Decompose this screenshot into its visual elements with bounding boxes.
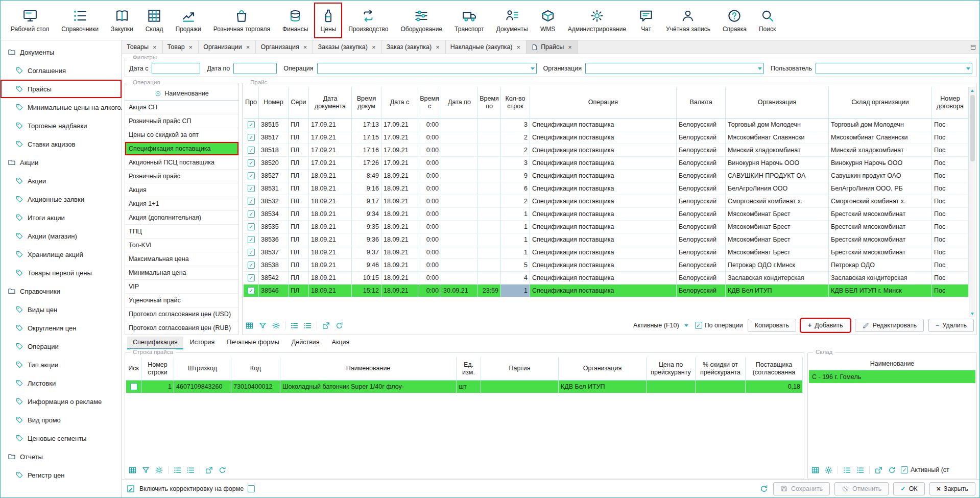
cell-posted[interactable] [244,246,259,259]
detail-tab[interactable]: История [184,337,220,349]
refresh-icon[interactable] [218,466,227,475]
cell-doc-date[interactable]: 18.09.21 [309,182,352,195]
filter-input[interactable] [152,63,200,74]
cell-currency[interactable]: Белорусский [677,157,726,170]
cell-time-to[interactable] [478,157,501,170]
operation-item[interactable]: Цены со скидкой за опт [125,128,238,142]
cell-organization[interactable]: Мясокомбинат Брест [726,221,829,233]
sidebar-item[interactable]: Прайсы [1,80,122,98]
cell-contract[interactable]: Пос [932,182,969,195]
cell-number[interactable]: 38520 [259,157,289,170]
column-header[interactable]: Номер договора [932,87,969,118]
cell-posted[interactable] [244,221,259,233]
cell-warehouse[interactable]: Сморгонский комбинат х. [829,195,932,208]
cell-date-from[interactable]: 17.09.21 [381,144,418,157]
row-checkbox[interactable] [248,262,255,269]
table-icon[interactable] [811,466,820,475]
cell-warehouse[interactable]: Савушкин продукт ОАО [829,170,932,182]
document-tab[interactable]: Организация [256,40,313,54]
cell-warehouse[interactable]: Винокурня Нарочь ООО [829,157,932,170]
toolbar-item[interactable]: Документы [490,3,534,38]
sidebar-item[interactable]: Отчеты [1,447,122,466]
tab-close-icon[interactable] [567,43,573,51]
cell-batch[interactable] [481,381,559,393]
document-tab[interactable]: Прайсы [527,40,578,54]
cell-organization[interactable]: Сморгонский комбинат х. [726,195,829,208]
sidebar-item[interactable]: Торговые надбавки [1,116,122,135]
cell-doc-time[interactable]: 17:26 [352,157,381,170]
operation-item[interactable]: Акция СП [125,101,238,114]
price-row[interactable]: 38537 ПЛ 18.09.21 9:37 18.09.21 0:00 1 [244,246,969,259]
toolbar-item[interactable]: Поиск [753,3,782,38]
sidebar-item[interactable]: Итоги акции [1,208,122,227]
tab-close-icon[interactable] [188,43,194,51]
numbered-list-icon[interactable] [843,466,851,475]
cell-operation[interactable]: Спецификация поставщика [530,144,677,157]
cell-line-count[interactable]: 5 [501,259,530,272]
export-icon[interactable] [205,466,213,475]
cell-contract[interactable]: Пос [932,233,969,246]
cell-time-to[interactable] [478,246,501,259]
cell-doc-date[interactable]: 17.09.21 [309,118,352,131]
cell-doc-date[interactable]: 18.09.21 [309,208,352,221]
cell-currency[interactable]: Белорусский [677,195,726,208]
column-header[interactable]: Про [244,87,259,118]
cell-time-from[interactable]: 0:00 [418,259,441,272]
document-tab[interactable]: Товар [163,40,199,54]
cell-currency[interactable]: Белорусский [677,233,726,246]
column-header[interactable]: Наименование [280,357,457,381]
sidebar-item[interactable]: Ставки акцизов [1,135,122,153]
cell-organization[interactable]: Мясокомбинат Брест [726,233,829,246]
cell-time-to[interactable] [478,170,501,182]
row-checkbox[interactable] [248,134,255,141]
cell-posted[interactable] [244,144,259,157]
cell-contract[interactable]: Пос [932,131,969,144]
toolbar-item[interactable]: WMS [534,3,562,38]
column-header[interactable]: Партия [481,357,559,381]
price-line-row[interactable]: 1 4607109843260 73010400012 Шоколадный б… [126,381,803,393]
detail-tab[interactable]: Действия [286,337,325,349]
cell-operation[interactable]: Спецификация поставщика [530,195,677,208]
column-header[interactable]: Дата по [441,87,478,118]
cell-currency[interactable]: Белорусский [677,131,726,144]
cell-date-from[interactable]: 18.09.21 [381,208,418,221]
cell-doc-time[interactable]: 9:17 [352,195,381,208]
operation-item[interactable]: Топ-KVI [125,239,238,252]
filter-input[interactable] [233,63,277,74]
row-checkbox[interactable] [248,210,255,218]
cell-time-from[interactable]: 0:00 [418,118,441,131]
cell-operation[interactable]: Спецификация поставщика [530,284,677,297]
operation-item[interactable]: VIP [125,280,238,294]
row-checkbox[interactable] [248,159,255,167]
by-operation-toggle[interactable]: По операции [695,322,743,329]
column-header[interactable]: Организация [726,87,829,118]
cell-posted[interactable] [244,208,259,221]
cell-series[interactable]: ПЛ [289,157,309,170]
cell-posted[interactable] [244,157,259,170]
toolbar-item[interactable]: Закупки [105,3,139,38]
cell-contract[interactable]: Пос [932,259,969,272]
column-header[interactable]: Операция [530,87,677,118]
sidebar-item[interactable]: Вид промо [1,411,122,429]
cell-doc-time[interactable]: 8:49 [352,170,381,182]
detail-tab[interactable]: Спецификация [127,337,183,349]
cell-number[interactable]: 38542 [259,272,289,284]
cell-warehouse[interactable]: Торговый дом Молодечн [829,118,932,131]
cell-number[interactable]: 38534 [259,208,289,221]
filter-input[interactable] [816,63,972,74]
cell-date-to[interactable] [441,208,478,221]
toolbar-item[interactable]: Производство [342,3,394,38]
cell-warehouse[interactable]: Брестский мясокомбинат [829,208,932,221]
scroll-up-icon[interactable] [969,87,976,94]
operation-item[interactable]: Протокол согласования цен (RUB) [125,321,238,334]
export-icon[interactable] [322,321,330,330]
document-tab[interactable]: Заказ (закупка) [382,40,446,54]
cell-number[interactable]: 38535 [259,221,289,233]
sidebar-item[interactable]: Операции [1,337,122,355]
price-row[interactable]: 38518 ПЛ 17.09.21 17:16 17.09.21 0:00 [244,144,969,157]
cell-doc-date[interactable]: 18.09.21 [309,284,352,297]
sidebar-item[interactable]: Виды цен [1,300,122,319]
column-header[interactable]: Ед. изм. [457,357,481,381]
detail-tab[interactable]: Акция [326,337,355,349]
operation-column-header[interactable]: Наименование [125,87,238,101]
